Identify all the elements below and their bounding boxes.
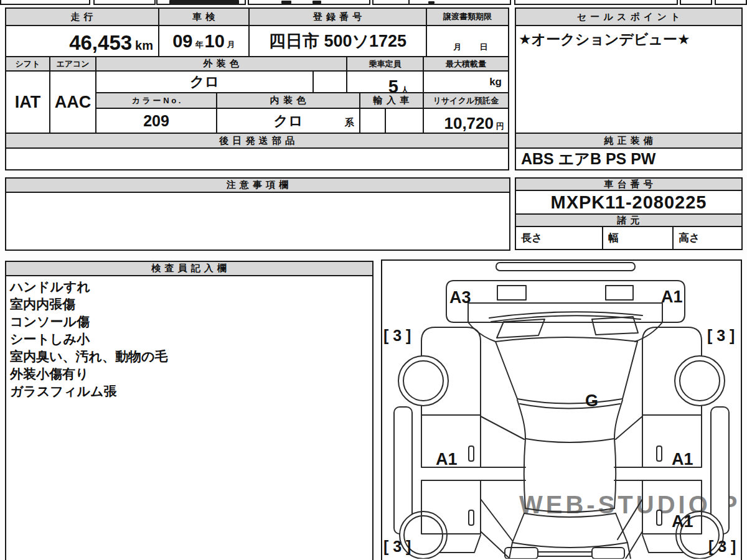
cowl-and-wipers bbox=[489, 312, 642, 338]
aircon-header-cell: エアコン bbox=[49, 56, 96, 72]
capacity-header-cell: 乗車定員 bbox=[346, 56, 424, 72]
inspector-header-cell: 検 査 員 記 入 欄 bbox=[5, 261, 374, 276]
import-header: 輸 入 車 bbox=[374, 95, 410, 106]
mileage-header-cell: 走 行 bbox=[5, 7, 159, 26]
shift-header-cell: シフト bbox=[5, 56, 50, 72]
door-handle-right-front bbox=[657, 446, 662, 461]
interior-color-header-cell: 内 装 色 bbox=[216, 92, 360, 109]
inspector-note: シートしみ小 bbox=[10, 330, 369, 348]
recycle-header: リサイクル預託金 bbox=[433, 95, 499, 106]
spec-length-label: 長さ bbox=[521, 231, 542, 245]
cropped-cell bbox=[680, 0, 712, 5]
deadline-header-cell: 譲渡書類期限 bbox=[426, 7, 509, 26]
recycle-unit: 円 bbox=[496, 121, 504, 132]
import-value-cell-1 bbox=[359, 108, 386, 134]
inspector-note: 室内臭い、汚れ、動物の毛 bbox=[10, 348, 369, 365]
tire-mark-rear-right: [ 3 ] bbox=[708, 538, 736, 555]
aircon-value: AAC bbox=[55, 93, 92, 112]
chassis-number: MXPK11-2080225 bbox=[551, 192, 707, 213]
equipment-value-cell: ABS エアB PS PW bbox=[515, 147, 743, 170]
inspection-month: 10 bbox=[205, 31, 225, 52]
vehicle-info-table: 走 行 車 検 登 録 番 号 譲渡書類期限 46,453 km 09 年 10… bbox=[5, 7, 510, 170]
shift-header: シフト bbox=[16, 58, 40, 70]
damage-mark-front-left: A3 bbox=[449, 288, 471, 307]
exterior-color-extra-cell bbox=[312, 70, 347, 93]
exterior-color-header-cell: 外 装 色 bbox=[95, 56, 347, 72]
interior-color-value-cell: クロ 系 bbox=[216, 108, 360, 134]
tire-mark-front-left: [ 3 ] bbox=[383, 327, 411, 344]
aircon-header: エアコン bbox=[56, 58, 89, 70]
tire-mark-front-right: [ 3 ] bbox=[707, 327, 735, 344]
capacity-value: 5 bbox=[388, 77, 398, 93]
cropped-cell bbox=[715, 0, 747, 5]
mileage-unit: km bbox=[135, 39, 153, 53]
inspector-note: 外装小傷有り bbox=[10, 365, 369, 383]
sales-point-body-cell: ★オークションデビュー★ bbox=[515, 25, 743, 134]
front-panel bbox=[446, 281, 685, 342]
color-no-value: 209 bbox=[143, 112, 169, 130]
door-handle-left-rear bbox=[469, 510, 474, 525]
cropped-text-fragment bbox=[428, 1, 435, 4]
inspection-header: 車 検 bbox=[192, 11, 215, 23]
aircon-value-cell: AAC bbox=[49, 70, 96, 134]
later-parts-header: 後 日 発 送 部 品 bbox=[219, 135, 295, 147]
chassis-table: 車 台 番 号 MXPK11-2080225 諸 元 長さ 幅 高さ bbox=[515, 177, 743, 250]
cropped-cell bbox=[408, 0, 511, 5]
windshield bbox=[496, 337, 637, 409]
spec-width-cell: 幅 bbox=[602, 226, 674, 250]
damage-mark-door-left-front: A1 bbox=[436, 450, 458, 469]
spec-height-cell: 高さ bbox=[672, 226, 743, 250]
equipment-header-cell: 純 正 装 備 bbox=[515, 133, 743, 149]
mileage-value-cell: 46,453 km bbox=[5, 25, 159, 57]
sales-point-panel: セ ー ル ス ポ イ ン ト ★オークションデビュー★ 純 正 装 備 ABS… bbox=[515, 7, 743, 170]
inspector-note: 室内内張傷 bbox=[10, 296, 369, 313]
color-no-header-cell: カ ラ ー N o . bbox=[95, 92, 217, 109]
cropped-text-fragment bbox=[169, 0, 239, 4]
damage-mark-door-right-rear: A1 bbox=[672, 512, 693, 531]
inspector-header: 検 査 員 記 入 欄 bbox=[151, 263, 227, 274]
payload-header-cell: 最大積載量 bbox=[423, 56, 509, 72]
deadline-month-label: 月 bbox=[454, 42, 462, 53]
spec-header: 諸 元 bbox=[617, 215, 640, 226]
caution-header: 注 意 事 項 欄 bbox=[227, 179, 289, 191]
cropped-cell bbox=[248, 0, 370, 5]
car-diagram-panel: WEB-STUDIO.PRO bbox=[381, 259, 742, 560]
cropped-cell bbox=[372, 0, 410, 5]
rear-bumper-right bbox=[592, 548, 624, 559]
cropped-text-fragment bbox=[281, 1, 291, 4]
cropped-cell bbox=[514, 0, 678, 5]
chassis-header-cell: 車 台 番 号 bbox=[515, 177, 743, 191]
recycle-value-cell: 10,720 円 bbox=[423, 108, 509, 134]
headlight-right bbox=[606, 286, 633, 300]
exterior-color-value: クロ bbox=[190, 72, 219, 91]
import-header-cell: 輸 入 車 bbox=[359, 92, 424, 109]
later-parts-header-cell: 後 日 発 送 部 品 bbox=[5, 133, 509, 149]
door-handle-right-rear bbox=[657, 510, 662, 525]
month-unit: 月 bbox=[227, 39, 235, 50]
damage-mark-front-right: A1 bbox=[661, 287, 683, 306]
deadline-day-label: 日 bbox=[480, 42, 488, 53]
deadline-value-cell: 月 日 bbox=[426, 25, 509, 57]
damage-mark-roof: G bbox=[585, 391, 598, 410]
interior-color-suffix: 系 bbox=[345, 117, 354, 129]
spec-width-label: 幅 bbox=[608, 231, 619, 245]
capacity-value-cell: 5 人 bbox=[346, 70, 424, 93]
import-value-cell-2 bbox=[385, 108, 424, 134]
registration-value-cell: 四日市 500ソ1725 bbox=[248, 25, 427, 57]
spec-header-cell: 諸 元 bbox=[515, 213, 743, 227]
cropped-text-fragment bbox=[312, 1, 321, 4]
payload-header: 最大積載量 bbox=[446, 58, 486, 70]
equipment-value: ABS エアB PS PW bbox=[521, 149, 655, 169]
chassis-value-cell: MXPK11-2080225 bbox=[515, 190, 743, 215]
cropped-cell bbox=[0, 0, 90, 5]
exterior-color-value-cell: クロ bbox=[95, 70, 314, 93]
cropped-cell bbox=[93, 0, 156, 5]
registration-value: 四日市 500ソ1725 bbox=[269, 30, 406, 52]
recycle-header-cell: リサイクル預託金 bbox=[423, 92, 509, 109]
tire-mark-rear-left: [ 3 ] bbox=[383, 538, 411, 555]
recycle-value: 10,720 bbox=[444, 114, 494, 133]
inspection-header-cell: 車 検 bbox=[158, 7, 250, 26]
inspector-note: ハンドルすれ bbox=[10, 278, 369, 296]
inspection-year: 09 bbox=[172, 31, 192, 52]
deadline-header: 譲渡書類期限 bbox=[443, 11, 492, 22]
